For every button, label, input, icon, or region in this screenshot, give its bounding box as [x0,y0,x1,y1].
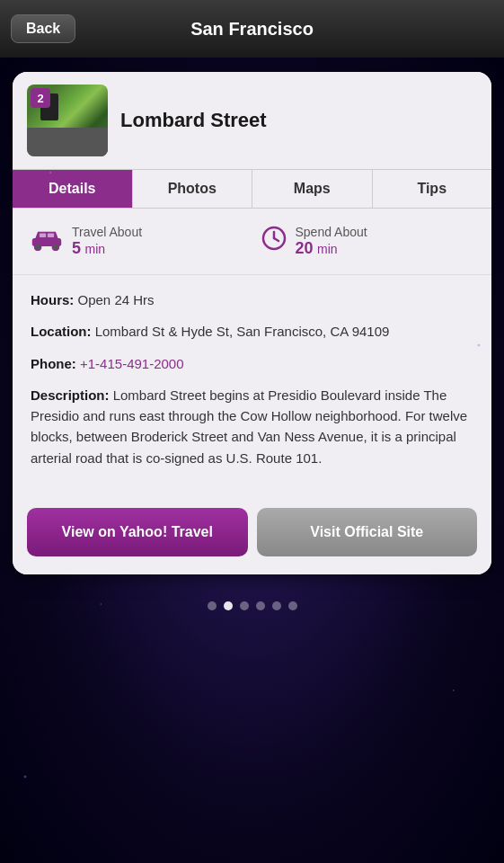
hours-label: Hours: [31,292,74,307]
hours-value: Open 24 Hrs [78,292,155,307]
tab-maps[interactable]: Maps [252,170,373,208]
svg-point-2 [52,244,58,250]
spend-time-value: 20 min [296,239,367,258]
spend-minutes: 20 [296,239,314,257]
card-header: 2 Lombard Street [13,72,491,169]
travel-label: Travel About [72,225,142,239]
description-label: Description: [31,387,110,403]
svg-point-1 [35,244,41,250]
place-image-container: 2 [27,85,108,156]
dot-4[interactable] [256,601,265,610]
action-buttons: View on Yahoo! Travel Visit Official Sit… [13,494,491,574]
svg-line-7 [274,238,279,241]
spend-time-item: Spend About 20 min [261,225,474,258]
svg-rect-4 [48,234,54,238]
spend-unit: min [317,242,338,256]
dot-1[interactable] [208,601,217,610]
yahoo-travel-button[interactable]: View on Yahoo! Travel [27,508,248,556]
spend-label: Spend About [296,225,367,239]
travel-minutes: 5 [72,239,81,257]
top-bar: Back San Francisco [0,0,504,58]
place-name: Lombard Street [120,109,477,132]
tabs-container: Details Photos Maps Tips [13,169,491,209]
dot-6[interactable] [288,601,297,610]
tab-details[interactable]: Details [13,170,133,208]
location-value: Lombard St & Hyde St, San Francisco, CA … [95,324,390,339]
hours-row: Hours: Open 24 Hrs [31,289,473,310]
visit-official-button[interactable]: Visit Official Site [257,508,478,556]
travel-time-item: Travel About 5 min [31,225,243,258]
place-badge: 2 [31,88,50,108]
phone-label: Phone: [31,356,76,371]
page-title: San Francisco [190,19,314,40]
phone-link[interactable]: +1-415-491-2000 [80,356,184,371]
svg-rect-3 [40,234,46,238]
location-label: Location: [31,324,92,339]
tab-photos[interactable]: Photos [133,170,253,208]
back-button[interactable]: Back [11,14,75,43]
tab-tips[interactable]: Tips [373,170,492,208]
clock-icon [261,226,287,257]
travel-time-value: 5 min [72,239,142,258]
dot-2[interactable] [224,601,233,610]
details-content: Hours: Open 24 Hrs Location: Lombard St … [13,275,491,494]
main-card: 2 Lombard Street Details Photos Maps Tip… [13,72,491,574]
dot-5[interactable] [272,601,281,610]
pagination [0,589,504,619]
dot-3[interactable] [240,601,249,610]
description-row: Description: Lombard Street begins at Pr… [31,385,473,468]
travel-info: Travel About 5 min Spend About 20 [13,209,491,275]
travel-unit: min [84,242,105,256]
spend-text: Spend About 20 min [296,225,367,258]
location-row: Location: Lombard St & Hyde St, San Fran… [31,321,473,342]
travel-text: Travel About 5 min [72,225,142,258]
phone-row: Phone: +1-415-491-2000 [31,353,473,374]
car-icon [31,226,63,257]
